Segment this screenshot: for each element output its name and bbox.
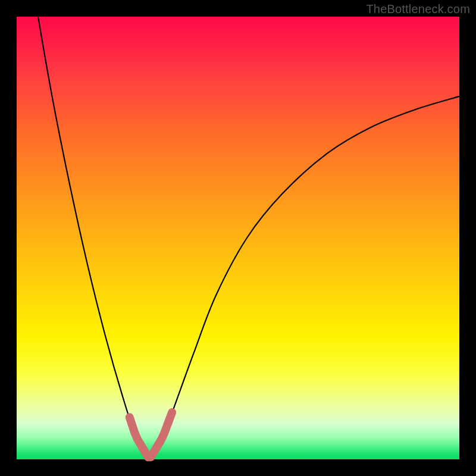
optimal-highlight: [130, 412, 172, 457]
outer-frame: TheBottleneck.com: [0, 0, 476, 476]
bottleneck-curve: [17, 0, 459, 459]
curve-layer: [17, 17, 459, 459]
attribution-text: TheBottleneck.com: [366, 2, 470, 16]
plot-area: [17, 17, 459, 459]
